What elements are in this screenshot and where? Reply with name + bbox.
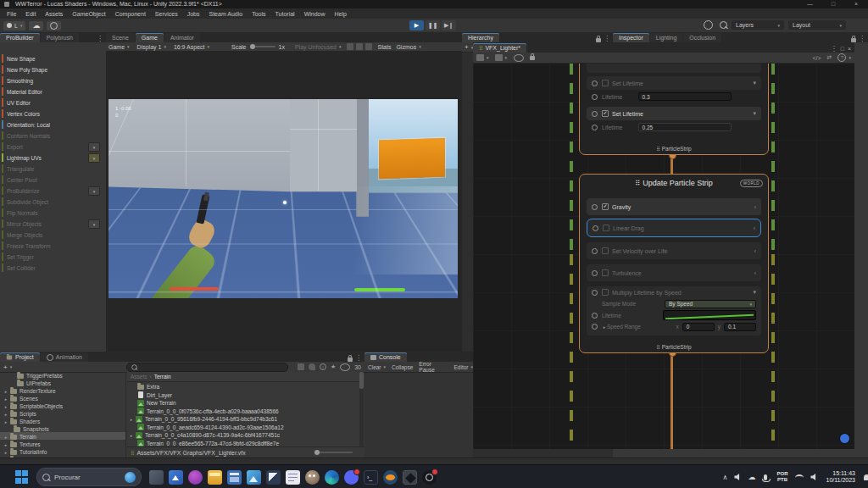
app-terminal[interactable]: ›_ xyxy=(364,470,378,485)
mirror-objects-options-button[interactable]: ▾ xyxy=(88,219,100,229)
vfx-block-turbulence[interactable]: Turbulence ‹ xyxy=(587,264,761,281)
create-asset-button[interactable]: + xyxy=(3,363,8,371)
file-item[interactable]: Terrain_0_0_0f07536c-cffa-4ecb-a029-baaa… xyxy=(136,408,279,415)
app-obs[interactable] xyxy=(422,470,437,485)
menu-jobs[interactable]: Jobs xyxy=(187,11,200,17)
tray-chevron-up-icon[interactable]: ∧ xyxy=(723,474,728,481)
scrollbar[interactable] xyxy=(359,372,364,446)
probuilder-item-triangulate[interactable]: Triangulate xyxy=(2,164,34,174)
tree-item[interactable]: UIPrefabs xyxy=(15,380,51,387)
probuilder-item-uv-editor[interactable]: UV Editor xyxy=(2,97,31,108)
probuilder-item-orientation[interactable]: Orientation: Local xyxy=(2,119,50,130)
probuilder-item-export[interactable]: Export xyxy=(2,141,23,152)
vfx-block-set-lifetime-1[interactable]: Set Lifetime ▾ xyxy=(587,76,761,90)
chevron-left-icon[interactable]: ‹ xyxy=(754,204,756,210)
menu-edit[interactable]: Edit xyxy=(25,11,36,17)
probuilder-item-mirror-objects[interactable]: Mirror Objects xyxy=(2,219,42,229)
tray-notifications-bell-icon[interactable] xyxy=(864,474,868,480)
app-calculator[interactable] xyxy=(227,470,242,485)
probuilder-item-merge-objects[interactable]: Merge Objects xyxy=(2,230,42,240)
version-control-button[interactable] xyxy=(47,21,61,30)
lock-icon[interactable] xyxy=(348,358,353,362)
restore-button[interactable]: □ xyxy=(832,1,835,7)
lifetime-curve-widget[interactable] xyxy=(663,310,756,320)
vfx-block-multiply-lifetime-by-speed[interactable]: Multiply Lifetime by Speed ▾ Sample Mode… xyxy=(587,286,761,336)
search-icon[interactable] xyxy=(720,21,727,29)
app-unity-active[interactable] xyxy=(403,470,417,485)
lock-icon[interactable] xyxy=(530,56,535,60)
probuilder-item-new-poly-shape[interactable]: New Poly Shape xyxy=(2,64,47,75)
chevron-left-icon[interactable]: ‹ xyxy=(754,225,755,231)
layout-dropdown[interactable]: Layout ▾ xyxy=(788,20,846,30)
app-xbox[interactable] xyxy=(188,470,203,485)
chevron-left-icon[interactable]: ‹ xyxy=(754,248,756,254)
tree-item[interactable]: ▸ScriptableObjects xyxy=(3,402,63,410)
vfx-block-linear-drag[interactable]: Linear Drag ‹ xyxy=(587,219,761,237)
display-dropdown[interactable]: Display 1 xyxy=(137,44,162,50)
checkbox-unchecked[interactable] xyxy=(602,80,609,86)
account-button[interactable]: L ▾ xyxy=(3,21,25,30)
app-gimp[interactable] xyxy=(305,470,320,485)
tree-item[interactable]: ▸RenderTexture xyxy=(3,387,56,395)
search-by-label-icon[interactable] xyxy=(309,363,315,370)
app-paint[interactable] xyxy=(266,470,281,485)
compile-icon[interactable] xyxy=(495,54,503,61)
tray-wifi-icon[interactable] xyxy=(795,474,804,481)
tree-item[interactable]: ▸Scenes xyxy=(3,395,38,402)
menu-tools[interactable]: Tools xyxy=(252,11,265,17)
clock[interactable]: 15:11:43 10/11/2023 xyxy=(826,470,855,485)
fullscreen-icon[interactable] xyxy=(365,43,372,50)
pause-button[interactable]: ❚❚ xyxy=(426,20,440,30)
chevron-down-icon[interactable]: ▾ xyxy=(753,289,756,296)
console-error-pause-button[interactable]: Error Pause xyxy=(419,361,448,373)
menu-component[interactable]: Component xyxy=(115,11,146,17)
vfx-block-set-lifetime-2[interactable]: ✓ Set Lifetime ▾ xyxy=(587,107,761,120)
play-focus-dropdown[interactable]: Play Unfocused xyxy=(295,44,337,50)
lock-icon[interactable] xyxy=(851,38,856,42)
app-edge[interactable] xyxy=(325,470,339,485)
port-icon[interactable] xyxy=(592,94,598,100)
game-viewport[interactable]: 1 -0.08 0 xyxy=(106,52,462,352)
favorites-star-icon[interactable]: ★ xyxy=(331,363,336,370)
menu-window[interactable]: Window xyxy=(304,11,326,17)
kebab-menu-icon[interactable]: ⋮ xyxy=(831,45,837,53)
eye-icon[interactable] xyxy=(514,54,524,62)
vfx-block-set-velocity-over-life[interactable]: Set Velocity over Life ‹ xyxy=(587,242,761,259)
checkbox-checked[interactable]: ✓ xyxy=(602,203,609,210)
taskbar-search[interactable]: Procurar xyxy=(36,468,142,486)
port-icon[interactable] xyxy=(592,290,598,296)
add-object-button[interactable]: + xyxy=(465,43,469,51)
tab-inspector[interactable]: Inspector xyxy=(613,33,649,42)
tree-item[interactable]: ▸Shaders xyxy=(3,418,40,425)
kebab-menu-icon[interactable]: ⋮ xyxy=(97,35,103,42)
tab-game[interactable]: Game xyxy=(136,33,164,42)
checkbox-unchecked[interactable] xyxy=(603,225,609,231)
port-icon[interactable] xyxy=(592,204,598,210)
app-photos[interactable] xyxy=(247,470,261,485)
start-button[interactable] xyxy=(14,470,29,485)
kebab-menu-icon[interactable]: ⋮ xyxy=(859,35,865,42)
probuilder-item-lightmap-uvs[interactable]: Lightmap UVs xyxy=(2,152,42,163)
attach-icon[interactable]: ⇄ xyxy=(827,54,832,61)
probuilder-item-freeze-transform[interactable]: Freeze Transform xyxy=(2,241,50,251)
tree-item[interactable]: ▸Scripts xyxy=(3,410,36,418)
vfx-node-initialize[interactable]: Set Lifetime ▾ Lifetime 0.3 ✓ Set Lifeti… xyxy=(579,64,769,155)
tab-project[interactable]: Project xyxy=(0,352,40,362)
console-clear-button[interactable]: Clear▾ xyxy=(368,364,386,370)
port-icon[interactable] xyxy=(592,313,598,319)
vfx-block-gravity[interactable]: ✓ Gravity ‹ xyxy=(587,198,761,215)
tab-polybrush[interactable]: Polybrush xyxy=(41,33,79,42)
tray-microphone-icon[interactable] xyxy=(764,474,767,480)
tree-item[interactable]: TriggerPrefabs xyxy=(15,372,63,380)
scrollbar-thumb[interactable] xyxy=(359,372,364,389)
project-search-input[interactable] xyxy=(126,363,288,372)
menu-help[interactable]: Help xyxy=(335,11,347,17)
probuilderize-options-button[interactable]: ▾ xyxy=(88,186,100,196)
app-discord[interactable] xyxy=(344,470,359,485)
vfx-node-update-particle-strip[interactable]: ⠿ Update Particle Strip WORLD ✓ Gravity … xyxy=(579,174,769,353)
menu-file[interactable]: File xyxy=(7,11,16,17)
menu-gameobject[interactable]: GameObject xyxy=(72,11,105,17)
close-button[interactable]: × xyxy=(854,1,858,7)
tab-occlusion[interactable]: Occlusion xyxy=(683,33,721,42)
tree-item-selected[interactable]: ▸Terrain xyxy=(3,433,36,441)
